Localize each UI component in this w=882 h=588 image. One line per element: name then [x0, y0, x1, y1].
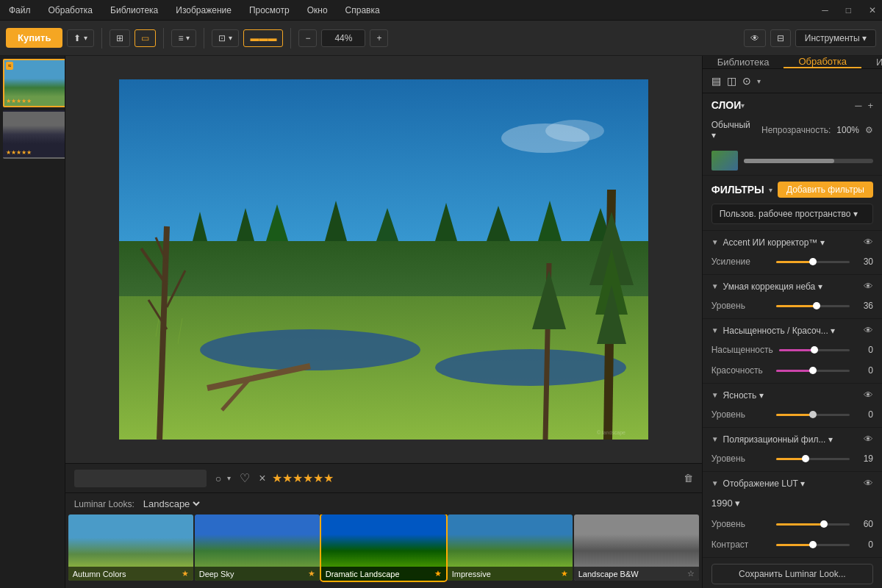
filter-clarity-arrow: ▼ [711, 391, 719, 399]
tab-library[interactable]: Библиотека [703, 56, 784, 68]
filter-accent-ai-thumb[interactable] [809, 258, 817, 265]
filter-accent-ai-slider[interactable] [776, 261, 850, 263]
crop-button[interactable]: ⊡ ▾ [212, 29, 239, 47]
tools-dropdown-button[interactable]: Инструменты ▾ [795, 29, 876, 47]
svg-text:© landscape: © landscape [597, 430, 625, 436]
filter-polarizing-eye[interactable]: 👁 [864, 434, 873, 445]
filter-accent-ai-header[interactable]: ▼ Accent ИИ корректор™ ▾ 👁 [703, 231, 882, 254]
panel-icon-dropdown[interactable]: ▾ [757, 77, 761, 85]
filter-sky-eye[interactable]: 👁 [864, 281, 873, 292]
filter-polarizing-header[interactable]: ▼ Поляризационный фил... ▾ 👁 [703, 428, 882, 451]
zoom-out-button[interactable]: − [298, 29, 317, 47]
looks-category-selector[interactable]: Landscape Portrait Street [140, 498, 202, 510]
svg-point-2 [545, 120, 604, 142]
look-item-dramatic[interactable]: Dramatic Landscape ★ [321, 514, 446, 581]
buy-button[interactable]: Купить [6, 28, 62, 48]
filter-lut-contrast-slider[interactable] [776, 544, 850, 546]
delete-button[interactable]: 🗑 [684, 473, 693, 484]
filter-sky-thumb[interactable] [813, 302, 820, 309]
look-label-bw: Landscape B&W ☆ [574, 567, 699, 581]
filter-vibrancy-thumb[interactable] [809, 367, 817, 374]
filter-clarity-header[interactable]: ▼ Ясность ▾ 👁 [703, 384, 882, 406]
add-filter-button[interactable]: Добавить фильтры [778, 182, 873, 198]
filter-clarity-eye[interactable]: 👁 [864, 390, 873, 401]
filmstrip-item-2[interactable]: ★★★★★ [3, 110, 65, 159]
list-view-button[interactable]: ≡ ▾ [171, 29, 196, 47]
look-item-deepsky[interactable]: Deep Sky ★ [195, 514, 320, 581]
filter-polarizing-thumb[interactable] [802, 455, 809, 462]
heart-button[interactable]: ♡ [240, 471, 250, 485]
filter-lut-level-value: 60 [856, 519, 873, 529]
layers-collapse-icon[interactable]: ─ [855, 100, 861, 111]
filter-lut-header[interactable]: ▼ Отображение LUT ▾ 👁 [703, 472, 882, 495]
filter-lut-level-slider[interactable] [776, 523, 850, 526]
window-minimize[interactable]: ─ [822, 5, 828, 15]
tab-info[interactable]: Инфо [861, 56, 882, 68]
blend-mode-selector[interactable]: Обычный ▾ [711, 120, 756, 140]
history-panel-icon[interactable]: ⊙ [742, 75, 751, 87]
reject-button[interactable]: × [259, 472, 265, 485]
look-item-autumn[interactable]: Autumn Colors ★ [68, 514, 193, 581]
look-star-bw[interactable]: ☆ [687, 569, 695, 578]
single-view-button[interactable]: ▭ [135, 29, 156, 47]
filter-vibrancy-value: 0 [856, 365, 873, 376]
look-item-bw[interactable]: Landscape B&W ☆ [574, 514, 699, 581]
filter-saturation-thumb[interactable] [811, 346, 818, 354]
filter-sky-slider-row: Уровень 36 [703, 298, 882, 318]
filter-clarity-thumb[interactable] [809, 411, 817, 418]
menu-file[interactable]: Файл [6, 4, 34, 17]
menu-image[interactable]: Изображение [173, 4, 234, 17]
filter-lut-level-row: Уровень 60 [703, 516, 882, 537]
look-item-impressive[interactable]: Impressive ★ [448, 514, 573, 581]
look-star-dramatic[interactable]: ★ [434, 569, 442, 578]
filters-title: ФИЛЬТРЫ [711, 184, 764, 196]
look-star-deepsky[interactable]: ★ [308, 569, 315, 578]
filter-saturation-eye[interactable]: 👁 [864, 325, 873, 336]
layers-add-icon[interactable]: + [867, 100, 873, 111]
filter-lut-level-thumb[interactable] [820, 520, 828, 528]
filter-clarity-slider[interactable] [776, 414, 850, 416]
grid-view-button[interactable]: ⊞ [110, 29, 130, 47]
rating-dropdown[interactable]: ▾ [227, 474, 231, 482]
filter-lut-contrast-thumb[interactable] [809, 541, 817, 548]
stars-rating[interactable]: ★★★★★★ [272, 471, 334, 485]
look-star-impressive[interactable]: ★ [561, 569, 568, 578]
window-close[interactable]: ✕ [869, 5, 876, 15]
menu-help[interactable]: Справка [343, 4, 383, 17]
opacity-value[interactable]: 100% [836, 125, 859, 135]
window-maximize[interactable]: □ [846, 5, 851, 15]
filter-lut-eye[interactable]: 👁 [864, 478, 873, 489]
filter-vibrancy-slider[interactable] [776, 370, 850, 372]
filter-polarizing-slider[interactable] [776, 458, 850, 460]
histogram-button[interactable]: ▬▬▬ [243, 29, 283, 47]
layers-dropdown-icon[interactable]: ▾ [741, 101, 745, 110]
filter-clarity-value: 0 [856, 409, 873, 420]
save-look-button[interactable]: Сохранить Luminar Look... [711, 564, 873, 584]
menu-process[interactable]: Обработка [46, 4, 96, 17]
filter-lut-preset-name[interactable]: 1990 ▾ [711, 498, 873, 509]
circle-rating[interactable]: ○ [215, 473, 221, 484]
separator-3 [204, 28, 204, 49]
filters-dropdown-icon[interactable]: ▾ [769, 186, 772, 194]
zoom-in-button[interactable]: + [370, 29, 388, 47]
filter-sky-header[interactable]: ▼ Умная коррекция неба ▾ 👁 [703, 275, 882, 298]
look-star-autumn[interactable]: ★ [182, 569, 189, 578]
menu-library[interactable]: Библиотека [107, 4, 161, 17]
filmstrip-item-1[interactable]: ≈ ★★★★★ [3, 59, 65, 107]
filter-sky-slider[interactable] [776, 305, 850, 307]
compare-button[interactable]: ⊟ [770, 29, 791, 47]
filter-saturation-header[interactable]: ▼ Насыщенность / Красоч... ▾ 👁 [703, 319, 882, 342]
layers-panel-icon[interactable]: ◫ [727, 75, 736, 87]
upload-button[interactable]: ⬆ ▾ [67, 29, 94, 47]
eye-button[interactable]: 👁 [744, 29, 766, 47]
layer-item-1[interactable] [703, 146, 882, 175]
filter-accent-ai-eye[interactable]: 👁 [864, 237, 873, 248]
layer-settings-icon[interactable]: ⚙ [865, 125, 873, 135]
workspace-selector[interactable]: Пользов. рабочее пространство ▾ [711, 204, 873, 224]
menu-window[interactable]: Окно [304, 4, 331, 17]
menu-view[interactable]: Просмотр [246, 4, 293, 17]
look-name-impressive: Impressive [452, 570, 491, 578]
filter-saturation-slider[interactable] [779, 349, 850, 351]
histogram-panel-icon[interactable]: ▤ [711, 75, 721, 87]
tab-develop[interactable]: Обработка [784, 56, 861, 68]
